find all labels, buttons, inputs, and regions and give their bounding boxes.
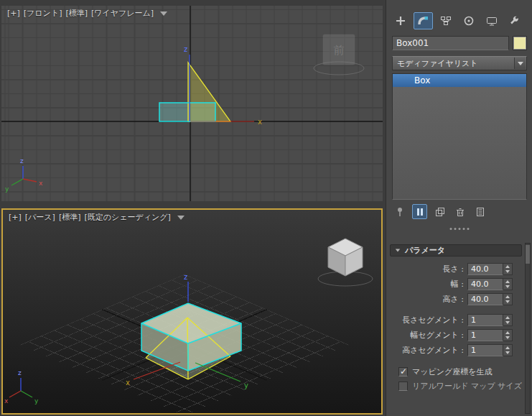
length-segs-field[interactable] (467, 314, 503, 326)
configure-modifier-sets-button[interactable] (472, 204, 487, 219)
modifier-stack-toolbar (392, 204, 527, 220)
tripod-z-label: z (20, 157, 24, 165)
viewcube[interactable]: 前 (314, 34, 364, 75)
rollout-title: パラメータ (405, 245, 445, 256)
per-view-filter-icon[interactable] (160, 11, 167, 16)
tab-motion[interactable] (459, 12, 478, 29)
modifier-stack-list: Box (392, 73, 527, 200)
spinner-arrows[interactable] (503, 263, 513, 275)
object-name-input[interactable] (392, 36, 509, 50)
viewport-menu-pov[interactable]: [パース] (25, 212, 55, 223)
stack-item-box[interactable]: Box (393, 74, 526, 87)
tab-modify[interactable] (414, 12, 433, 29)
show-end-result-icon (414, 206, 426, 218)
per-view-filter-icon[interactable] (177, 216, 185, 220)
trash-icon (454, 206, 466, 218)
spinner-arrows[interactable] (503, 278, 513, 290)
modify-icon (417, 15, 429, 27)
width-field[interactable] (467, 278, 503, 290)
pin-stack-button[interactable] (392, 204, 407, 219)
param-row-width: 幅 : (386, 277, 527, 292)
tripod-y-label: y (34, 397, 39, 405)
create-icon (395, 15, 406, 27)
3dsmax-window: z x 前 z x y [+] [フロント] [標準] [ワイヤフレーム] (0, 0, 532, 416)
panel-scrollbar[interactable] (525, 243, 531, 414)
param-label: 幅 : (451, 279, 464, 290)
world-axis-tripod: z x y (4, 369, 39, 405)
name-and-color-row (392, 36, 527, 50)
viewport-menu-pov[interactable]: [フロント] (24, 8, 62, 19)
front-viewport-label: [+] [フロント] [標準] [ワイヤフレーム] (7, 8, 167, 19)
viewcube[interactable] (318, 239, 373, 286)
spinner-arrows[interactable] (503, 329, 513, 341)
generate-mapping-coords-row: マッピング座標を生成 (386, 364, 527, 379)
spinner-arrows[interactable] (503, 293, 513, 305)
param-row-length-segs: 長さセグメント : (386, 313, 527, 328)
real-world-map-size-row: リアルワールド マップ サイズ (386, 379, 527, 393)
tripod-x-label: x (39, 180, 43, 187)
make-unique-icon (434, 206, 446, 218)
param-label: 高さセグメント : (402, 345, 464, 356)
viewport-menu-general[interactable]: [+] (9, 213, 22, 222)
panel-scrollbar-thumb[interactable] (526, 245, 530, 264)
checkbox-label: マッピング座標を生成 (412, 366, 493, 377)
viewport-perspective[interactable]: z x y z x y [+] [パース] [標準] (1, 208, 383, 415)
tab-utilities[interactable] (505, 12, 524, 29)
length-field[interactable] (467, 263, 503, 275)
show-end-result-button[interactable] (412, 204, 427, 219)
spinner-arrows[interactable] (503, 314, 513, 326)
tab-create[interactable] (391, 12, 410, 29)
width-segs-field[interactable] (467, 329, 503, 341)
tripod-x-label: x (4, 397, 9, 405)
object-color-swatch[interactable] (513, 36, 527, 50)
pin-icon (394, 206, 406, 218)
param-label: 長さ : (443, 264, 464, 274)
perspective-viewport-label: [+] [パース] [標準] [既定のシェーディング] (9, 212, 185, 223)
param-row-width-segs: 幅セグメント : (386, 328, 527, 343)
perspective-grid (20, 274, 349, 415)
display-icon (486, 15, 498, 27)
parameters-rollout-header[interactable]: パラメータ (390, 244, 522, 256)
height-field[interactable] (467, 293, 503, 305)
viewport-menu-general[interactable]: [+] (7, 9, 20, 18)
spinner-arrows[interactable] (503, 344, 513, 356)
viewport-menu-standard[interactable]: [標準] (59, 212, 81, 223)
remove-modifier-button[interactable] (452, 204, 467, 219)
param-label: 幅セグメント : (411, 330, 465, 341)
command-panel: モディファイヤリスト Box パラメータ (386, 0, 532, 416)
x-axis-label: x (258, 118, 262, 126)
dropdown-arrow (514, 57, 526, 69)
utilities-icon (508, 15, 520, 27)
box-object-front[interactable] (159, 103, 215, 121)
front-viewport-drawing: z x 前 z x y (1, 6, 383, 201)
motion-icon (463, 15, 475, 27)
parameters-rollout-body: 長さ : 幅 : 高さ : 長さセグメント : 幅セグメント : 高さセグメント… (386, 262, 527, 393)
viewport-front[interactable]: z x 前 z x y [+] [フロント] [標準] [ワイヤフレーム] (1, 6, 383, 201)
height-segs-field[interactable] (467, 344, 503, 356)
rollout-resize-handle[interactable] (458, 228, 460, 230)
viewport-menu-standard[interactable]: [標準] (65, 8, 88, 19)
param-row-height: 高さ : (386, 292, 527, 307)
viewport-menu-shading[interactable]: [既定のシェーディング] (85, 212, 171, 223)
modifier-list-label: モディファイヤリスト (397, 58, 478, 69)
param-row-length: 長さ : (386, 262, 527, 277)
world-axis-tripod: z x y (5, 157, 43, 193)
tripod-y-label: y (5, 185, 9, 193)
make-unique-button[interactable] (432, 204, 447, 219)
viewcube-face-label: 前 (334, 44, 345, 57)
param-label: 長さセグメント : (402, 315, 464, 325)
modifier-list-dropdown[interactable]: モディファイヤリスト (392, 56, 527, 70)
tab-display[interactable] (482, 12, 501, 29)
param-label: 高さ : (443, 294, 464, 305)
pyramid-object-front[interactable] (188, 63, 230, 121)
real-world-map-size-checkbox[interactable] (398, 382, 408, 391)
tab-hierarchy[interactable] (437, 12, 456, 29)
checkbox-label: リアルワールド マップ サイズ (412, 381, 522, 392)
z-axis-label: z (184, 45, 187, 53)
generate-mapping-coords-checkbox[interactable] (398, 367, 408, 376)
rollout-collapse-icon (396, 249, 400, 252)
param-row-height-segs: 高さセグメント : (386, 343, 527, 358)
configure-icon (475, 206, 486, 218)
viewport-menu-shading[interactable]: [ワイヤフレーム] (91, 8, 154, 19)
command-panel-tabs (391, 11, 524, 30)
